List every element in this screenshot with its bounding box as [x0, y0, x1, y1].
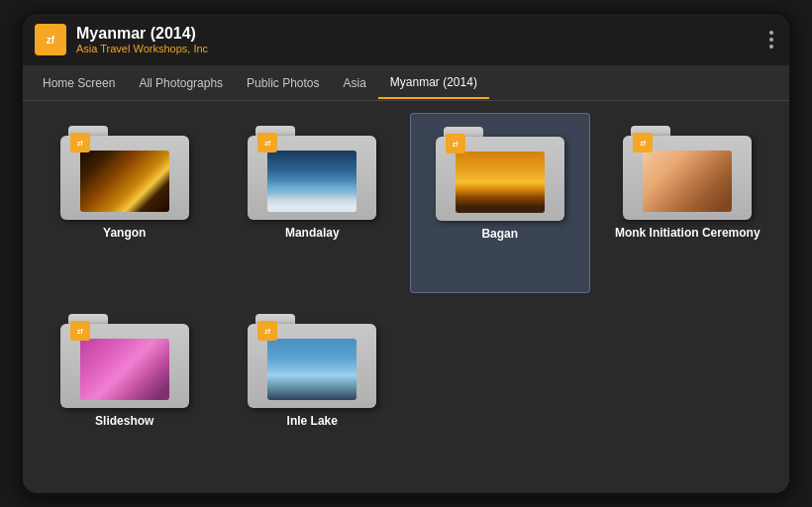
- menu-button[interactable]: [765, 27, 777, 52]
- header: zf Myanmar (2014) Asia Travel Workshops,…: [23, 14, 789, 65]
- folder-logo: zf: [446, 134, 465, 153]
- folder-label: Yangon: [103, 226, 146, 240]
- folder-bagan-icon: zf: [436, 122, 564, 221]
- tablet-frame: zf Myanmar (2014) Asia Travel Workshops,…: [20, 11, 792, 496]
- folder-logo: zf: [257, 321, 277, 341]
- folder-label: Mandalay: [285, 226, 340, 240]
- nav-public-photos[interactable]: Public Photos: [235, 68, 331, 98]
- menu-dot-1: [769, 31, 773, 35]
- folder-logo: zf: [257, 133, 277, 152]
- content-grid: zf Yangon zf Mandalay zf: [23, 101, 789, 493]
- header-left: zf Myanmar (2014) Asia Travel Workshops,…: [35, 24, 208, 55]
- folder-mandalay-icon: zf: [248, 121, 376, 220]
- nav-bar: Home Screen All Photographs Public Photo…: [23, 65, 789, 101]
- folder-inle[interactable]: zf Inle Lake: [223, 301, 403, 481]
- folder-image: [456, 152, 545, 213]
- folder-image: [80, 151, 169, 212]
- folder-slideshow[interactable]: zf Slideshow: [35, 301, 215, 481]
- folder-image: [267, 151, 356, 212]
- folder-monk[interactable]: zf Monk Initiation Ceremony: [598, 113, 778, 293]
- folder-logo: zf: [70, 133, 90, 152]
- nav-asia[interactable]: Asia: [332, 68, 378, 98]
- folder-image: [643, 151, 732, 212]
- folder-slideshow-icon: zf: [60, 309, 189, 408]
- folder-inle-icon: zf: [248, 309, 376, 408]
- folder-label: Inle Lake: [287, 414, 338, 428]
- menu-dot-3: [769, 45, 773, 49]
- folder-image: [267, 339, 356, 400]
- folder-label: Slideshow: [95, 414, 153, 428]
- folder-image: [80, 339, 169, 400]
- folder-label: Monk Initiation Ceremony: [615, 226, 761, 240]
- folder-monk-icon: zf: [623, 121, 752, 220]
- logo: zf: [35, 24, 66, 55]
- menu-dot-2: [769, 38, 773, 42]
- empty-cell-2: [598, 301, 778, 481]
- nav-all-photographs[interactable]: All Photographs: [127, 68, 235, 98]
- nav-myanmar[interactable]: Myanmar (2014): [378, 67, 489, 99]
- folder-label: Bagan: [481, 227, 518, 241]
- folder-yangon-icon: zf: [60, 121, 189, 220]
- page-title: Myanmar (2014): [76, 25, 208, 43]
- page-subtitle: Asia Travel Workshops, Inc: [76, 43, 208, 54]
- folder-mandalay[interactable]: zf Mandalay: [223, 113, 403, 293]
- empty-cell-1: [410, 301, 590, 481]
- nav-home-screen[interactable]: Home Screen: [31, 68, 127, 98]
- folder-logo: zf: [70, 321, 90, 341]
- folder-yangon[interactable]: zf Yangon: [35, 113, 215, 293]
- logo-text: zf: [47, 35, 54, 46]
- folder-logo: zf: [633, 133, 653, 152]
- header-text: Myanmar (2014) Asia Travel Workshops, In…: [76, 25, 208, 54]
- folder-bagan[interactable]: zf Bagan: [410, 113, 590, 293]
